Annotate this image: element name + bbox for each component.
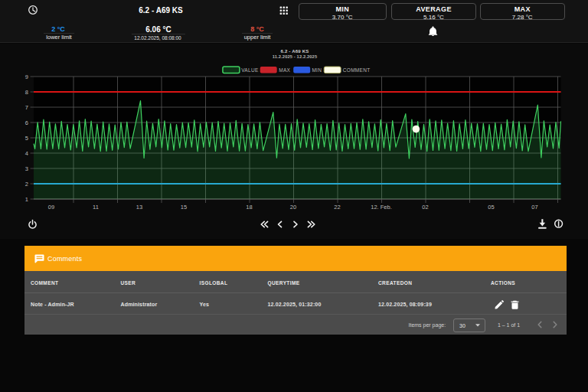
svg-text:MAX: MAX (279, 67, 290, 73)
svg-text:4: 4 (25, 150, 28, 157)
svg-text:VALUE: VALUE (241, 67, 259, 73)
svg-text:7: 7 (25, 104, 28, 111)
svg-text:2: 2 (25, 181, 28, 188)
svg-text:3: 3 (25, 165, 28, 172)
svg-text:1: 1 (25, 196, 28, 203)
svg-text:12. Feb.: 12. Feb. (371, 204, 392, 211)
svg-text:5: 5 (25, 135, 28, 142)
svg-text:20: 20 (290, 204, 296, 211)
svg-text:02: 02 (422, 204, 428, 211)
svg-text:05: 05 (488, 204, 494, 211)
svg-text:11.2.2025 - 12.2.2025: 11.2.2025 - 12.2.2025 (273, 54, 318, 59)
svg-text:8: 8 (25, 89, 28, 96)
svg-text:9: 9 (25, 74, 28, 80)
svg-text:13: 13 (136, 204, 142, 211)
svg-text:6: 6 (25, 119, 28, 126)
svg-text:COMMENT: COMMENT (343, 67, 371, 73)
svg-text:6.2 - A69 KS: 6.2 - A69 KS (281, 49, 309, 54)
svg-text:07: 07 (531, 204, 537, 211)
svg-text:15: 15 (181, 204, 187, 211)
svg-text:MIN: MIN (312, 67, 322, 73)
svg-text:09: 09 (48, 204, 54, 211)
svg-text:22: 22 (334, 204, 340, 211)
svg-text:18: 18 (246, 204, 252, 211)
svg-text:11: 11 (93, 204, 99, 211)
